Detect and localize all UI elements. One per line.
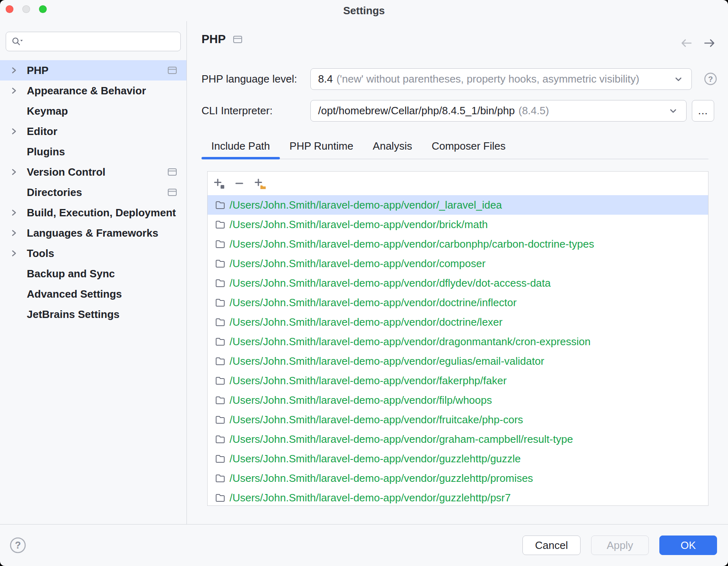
include-path-row[interactable]: /Users/John.Smith/laravel-demo-app/vendo… — [208, 410, 708, 429]
help-icon[interactable]: ? — [704, 72, 717, 86]
sidebar-item-label: PHP — [27, 64, 167, 77]
cli-interpreter-value: /opt/homebrew/Cellar/php/8.4.5_1/bin/php — [318, 104, 515, 117]
sidebar-item-build-execution-deployment[interactable]: Build, Execution, Deployment — [0, 202, 186, 223]
include-path-text: /Users/John.Smith/laravel-demo-app/vendo… — [230, 335, 591, 348]
include-path-text: /Users/John.Smith/laravel-demo-app/vendo… — [230, 218, 488, 231]
applied-settings-icon — [167, 66, 178, 75]
chevron-right-icon[interactable] — [9, 86, 27, 96]
cli-interpreter-label: CLI Interpreter: — [202, 104, 310, 117]
settings-categories-list: PHP Appearance & Behavior Keymap Editor — [0, 60, 186, 324]
back-arrow-icon[interactable] — [680, 37, 693, 49]
settings-window: Settings PHP Appearance & Behavior — [0, 0, 728, 566]
forward-arrow-icon[interactable] — [703, 37, 716, 49]
sidebar-item-advanced-settings[interactable]: Advanced Settings — [0, 284, 186, 304]
folder-icon — [215, 239, 225, 249]
include-path-row[interactable]: /Users/John.Smith/laravel-demo-app/vendo… — [208, 215, 708, 234]
include-path-row[interactable]: /Users/John.Smith/laravel-demo-app/vendo… — [208, 449, 708, 468]
minimize-window-button[interactable] — [22, 5, 30, 13]
tab-analysis[interactable]: Analysis — [363, 134, 422, 159]
cancel-button[interactable]: Cancel — [522, 536, 581, 555]
chevron-right-icon[interactable] — [9, 208, 27, 218]
folder-icon — [215, 473, 225, 483]
include-path-row[interactable]: /Users/John.Smith/laravel-demo-app/vendo… — [208, 293, 708, 312]
search-input[interactable] — [26, 35, 176, 48]
include-path-row[interactable]: /Users/John.Smith/laravel-demo-app/vendo… — [208, 332, 708, 351]
sidebar-item-appearance-behavior[interactable]: Appearance & Behavior — [0, 81, 186, 101]
sidebar-item-editor[interactable]: Editor — [0, 121, 186, 142]
include-path-text: /Users/John.Smith/laravel-demo-app/vendo… — [230, 453, 521, 465]
include-path-row[interactable]: /Users/John.Smith/laravel-demo-app/vendo… — [208, 390, 708, 410]
include-path-panel: /Users/John.Smith/laravel-demo-app/vendo… — [207, 171, 708, 506]
browse-interpreters-button[interactable]: ... — [692, 100, 714, 122]
sidebar-item-plugins[interactable]: Plugins — [0, 142, 186, 162]
window-title: Settings — [343, 4, 385, 17]
window-controls — [6, 5, 47, 13]
php-language-level-label: PHP language level: — [202, 73, 310, 85]
include-path-row[interactable]: /Users/John.Smith/laravel-demo-app/vendo… — [208, 429, 708, 449]
remove-path-button[interactable] — [232, 176, 247, 191]
sidebar-item-directories[interactable]: Directories — [0, 182, 186, 202]
folder-icon — [215, 337, 225, 346]
folder-icon — [215, 493, 225, 503]
sidebar-item-backup-and-sync[interactable]: Backup and Sync — [0, 263, 186, 284]
page-title: PHP — [202, 33, 226, 46]
chevron-right-icon[interactable] — [9, 126, 27, 136]
help-icon[interactable]: ? — [9, 536, 27, 554]
settings-search-box[interactable] — [6, 32, 181, 51]
sidebar-item-label: Appearance & Behavior — [27, 85, 167, 97]
include-path-row[interactable]: /Users/John.Smith/laravel-demo-app/vendo… — [208, 488, 708, 506]
sidebar-item-languages-frameworks[interactable]: Languages & Frameworks — [0, 223, 186, 243]
cli-interpreter-select[interactable]: /opt/homebrew/Cellar/php/8.4.5_1/bin/php… — [310, 100, 687, 122]
include-path-text: /Users/John.Smith/laravel-demo-app/vendo… — [230, 472, 533, 485]
chevron-right-icon[interactable] — [9, 65, 27, 75]
include-path-text: /Users/John.Smith/laravel-demo-app/vendo… — [230, 296, 517, 309]
include-path-row[interactable]: /Users/John.Smith/laravel-demo-app/vendo… — [208, 371, 708, 390]
sidebar-item-label: Build, Execution, Deployment — [27, 207, 176, 219]
chevron-right-icon[interactable] — [9, 167, 27, 177]
ok-button[interactable]: OK — [659, 536, 717, 555]
include-path-text: /Users/John.Smith/laravel-demo-app/vendo… — [230, 414, 523, 426]
sidebar-item-tools[interactable]: Tools — [0, 243, 186, 263]
sidebar-item-jetbrains-settings[interactable]: JetBrains Settings — [0, 304, 186, 324]
settings-sidebar: PHP Appearance & Behavior Keymap Editor — [0, 21, 187, 524]
applied-settings-icon — [167, 188, 178, 197]
history-navigation — [680, 37, 716, 49]
tab-include-path[interactable]: Include Path — [202, 134, 280, 159]
sidebar-item-label: Tools — [27, 247, 167, 260]
sidebar-item-label: Editor — [27, 125, 167, 138]
add-composer-paths-button[interactable] — [252, 176, 267, 191]
chevron-right-icon[interactable] — [9, 228, 27, 238]
folder-icon — [215, 200, 225, 210]
include-path-row[interactable]: /Users/John.Smith/laravel-demo-app/vendo… — [208, 254, 708, 273]
include-path-row[interactable]: /Users/John.Smith/laravel-demo-app/vendo… — [208, 468, 708, 488]
sidebar-item-label: Languages & Frameworks — [27, 227, 167, 239]
sidebar-item-php[interactable]: PHP — [0, 60, 186, 81]
sidebar-item-version-control[interactable]: Version Control — [0, 162, 186, 182]
sidebar-item-label: Directories — [27, 186, 167, 199]
chevron-right-icon[interactable] — [9, 248, 27, 258]
apply-button[interactable]: Apply — [591, 536, 649, 555]
include-path-text: /Users/John.Smith/laravel-demo-app/vendo… — [230, 316, 503, 329]
tab-php-runtime[interactable]: PHP Runtime — [280, 134, 363, 159]
sidebar-item-keymap[interactable]: Keymap — [0, 101, 186, 121]
close-window-button[interactable] — [6, 5, 13, 13]
add-path-button[interactable] — [212, 176, 226, 191]
include-path-row[interactable]: /Users/John.Smith/laravel-demo-app/vendo… — [208, 351, 708, 371]
zoom-window-button[interactable] — [39, 5, 47, 13]
include-path-row[interactable]: /Users/John.Smith/laravel-demo-app/vendo… — [208, 273, 708, 293]
php-language-level-select[interactable]: 8.4 ('new' without parentheses, property… — [310, 68, 692, 90]
cli-interpreter-version: (8.4.5) — [518, 104, 549, 117]
sidebar-item-label: Keymap — [27, 105, 167, 118]
include-path-text: /Users/John.Smith/laravel-demo-app/vendo… — [230, 277, 551, 290]
folder-icon — [215, 317, 225, 327]
folder-icon — [215, 298, 225, 307]
include-path-row[interactable]: /Users/John.Smith/laravel-demo-app/vendo… — [208, 312, 708, 332]
include-path-text: /Users/John.Smith/laravel-demo-app/vendo… — [230, 492, 511, 504]
tab-composer-files[interactable]: Composer Files — [422, 134, 515, 159]
tab-label: Analysis — [373, 140, 412, 152]
folder-icon — [215, 220, 225, 229]
folder-icon — [215, 278, 225, 288]
include-path-toolbar — [208, 172, 708, 195]
include-path-row[interactable]: /Users/John.Smith/laravel-demo-app/vendo… — [208, 195, 708, 215]
include-path-row[interactable]: /Users/John.Smith/laravel-demo-app/vendo… — [208, 234, 708, 254]
